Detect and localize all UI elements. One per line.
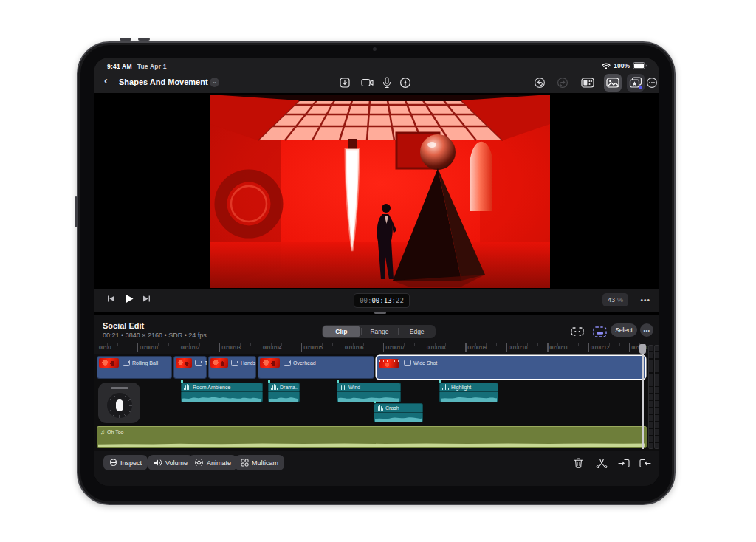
timecode-frames: :22 bbox=[392, 297, 404, 304]
select-button[interactable]: Select bbox=[611, 323, 637, 337]
project-title[interactable]: Shapes And Movement bbox=[119, 78, 208, 86]
microphone-icon bbox=[382, 77, 391, 89]
video-clip-icon bbox=[404, 360, 411, 366]
playhead[interactable] bbox=[639, 344, 646, 354]
clip-rolling-ball[interactable]: Rolling Ball bbox=[97, 356, 172, 379]
music-note-icon: ♫ bbox=[100, 429, 105, 436]
record-video-button[interactable] bbox=[359, 74, 377, 92]
top-bar: 9:41 AMTue Apr 1 100% ‹ Shapes And Movem… bbox=[94, 58, 659, 94]
audio-wave-icon bbox=[377, 405, 383, 411]
clip-label: Wind bbox=[348, 385, 360, 390]
clip-wide-shot[interactable]: Wide Shot bbox=[377, 356, 645, 379]
top-button[interactable] bbox=[75, 196, 78, 227]
import-icon bbox=[339, 77, 351, 89]
adjustments-icon bbox=[581, 78, 594, 88]
clip-wind[interactable]: Wind bbox=[337, 383, 401, 402]
transport-controls bbox=[107, 294, 151, 303]
multicam-button[interactable]: Multicam bbox=[235, 455, 284, 470]
media-photo-icon bbox=[606, 78, 619, 88]
audio-wave-icon bbox=[184, 384, 190, 390]
insert-button[interactable] bbox=[617, 456, 630, 470]
inspector-button[interactable] bbox=[579, 74, 597, 92]
library-star-icon bbox=[629, 77, 642, 89]
waveform bbox=[441, 393, 497, 402]
mode-clip[interactable]: Clip bbox=[323, 326, 360, 337]
clip-label: Tilt Up bbox=[205, 360, 207, 366]
clip-thumbnail bbox=[176, 358, 192, 368]
video-clip-icon bbox=[123, 360, 130, 366]
skip-back-button[interactable] bbox=[107, 295, 115, 303]
status-time-date: 9:41 AMTue Apr 1 bbox=[107, 63, 167, 70]
media-browser-button[interactable] bbox=[604, 74, 622, 92]
edit-mode-segmented-control: Clip Range Edge bbox=[322, 325, 436, 338]
clip-label: Room Ambience bbox=[193, 385, 230, 390]
jog-knob[interactable] bbox=[116, 399, 123, 411]
zoom-unit: % bbox=[617, 296, 623, 303]
ruler-label: 00:00 bbox=[99, 345, 111, 350]
volume-down-button[interactable] bbox=[138, 38, 150, 41]
more-button[interactable] bbox=[643, 74, 659, 92]
back-button[interactable]: ‹ bbox=[104, 75, 108, 86]
page: 9:41 AMTue Apr 1 100% ‹ Shapes And Movem… bbox=[0, 0, 756, 542]
redo-button[interactable] bbox=[554, 74, 571, 92]
status-right: 100% bbox=[602, 62, 647, 69]
blade-button[interactable] bbox=[595, 456, 608, 470]
volume-up-button[interactable] bbox=[120, 38, 131, 41]
clip-overhead[interactable]: Overhead bbox=[258, 356, 374, 379]
clip-label: Highlight bbox=[451, 385, 471, 390]
player-bar: 00:00:13:22 43 % ••• bbox=[94, 289, 659, 312]
ruler-label: 00:00:11 bbox=[550, 345, 568, 350]
clip-label: Rolling Ball bbox=[132, 360, 158, 366]
jog-wheel[interactable] bbox=[98, 383, 140, 423]
tool-label: Volume bbox=[165, 459, 188, 467]
record-voiceover-button[interactable] bbox=[378, 74, 396, 92]
ruler-label: 00:00:12 bbox=[591, 345, 609, 350]
timecode-display[interactable]: 00:00:13:22 bbox=[354, 293, 410, 308]
jog-handle[interactable] bbox=[111, 387, 128, 389]
animate-button[interactable]: Animate bbox=[188, 455, 237, 470]
clip-crash[interactable]: Crash bbox=[374, 403, 423, 422]
clip-oh-too[interactable]: ♫Oh Too bbox=[97, 426, 647, 448]
import-button[interactable] bbox=[336, 74, 354, 92]
video-frame[interactable] bbox=[210, 95, 550, 288]
timeline-ruler[interactable]: 00:00 00:00:01 00:00:02 00:00:03 00:00:0… bbox=[97, 342, 647, 354]
skip-forward-button[interactable] bbox=[142, 295, 151, 303]
trash-icon bbox=[574, 458, 583, 468]
delete-button[interactable] bbox=[571, 456, 585, 470]
speaker-icon bbox=[154, 459, 162, 467]
music-waveform bbox=[98, 438, 645, 447]
insert-clip-icon bbox=[618, 459, 630, 468]
waveform bbox=[338, 393, 399, 402]
live-drawing-button[interactable] bbox=[396, 74, 414, 92]
bottom-toolbar: Inspect Volume Animate Multicam bbox=[94, 455, 659, 486]
keyframe-icon bbox=[194, 459, 204, 467]
mode-edge[interactable]: Edge bbox=[398, 325, 436, 338]
select-tool-button[interactable] bbox=[591, 324, 608, 339]
play-button[interactable] bbox=[124, 294, 134, 303]
connect-point bbox=[374, 401, 376, 403]
clip-label: Crash bbox=[385, 405, 399, 411]
timeline-panel: Social Edit 00:21 • 3840 × 2160 • SDR • … bbox=[94, 315, 659, 486]
camera-icon bbox=[361, 78, 374, 88]
clip-room-ambience[interactable]: Room Ambience bbox=[181, 383, 263, 402]
content-library-button[interactable] bbox=[627, 74, 645, 92]
ruler-label: 00:00:03 bbox=[222, 345, 241, 350]
timeline-more-button[interactable]: ••• bbox=[640, 323, 653, 337]
panel-resize-handle[interactable] bbox=[374, 312, 386, 314]
overwrite-button[interactable] bbox=[639, 456, 652, 470]
clip-tilt-up[interactable]: Tilt Up bbox=[173, 356, 207, 379]
player-more-button[interactable]: ••• bbox=[640, 296, 650, 304]
inspect-button[interactable]: Inspect bbox=[103, 455, 148, 470]
ruler-label: 00:00:08 bbox=[427, 345, 445, 350]
audio-meter-right bbox=[654, 345, 659, 449]
title-chevron-icon[interactable]: ⌄ bbox=[210, 78, 219, 87]
mode-range[interactable]: Range bbox=[361, 325, 399, 338]
clip-hands[interactable]: Hands bbox=[208, 356, 256, 379]
volume-button[interactable]: Volume bbox=[148, 455, 193, 470]
viewer-zoom-control[interactable]: 43 % bbox=[602, 293, 628, 306]
undo-button[interactable] bbox=[531, 74, 549, 92]
clip-highlight[interactable]: Highlight bbox=[439, 383, 498, 402]
snapping-button[interactable] bbox=[569, 324, 585, 339]
connect-point bbox=[268, 380, 270, 383]
clip-drama[interactable]: Drama.. bbox=[268, 383, 300, 402]
